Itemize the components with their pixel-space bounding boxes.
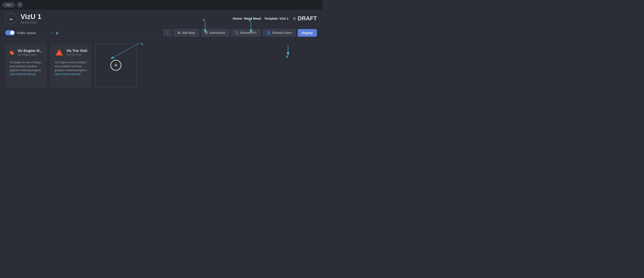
viz-engine-subtitle: Viz Engine VizU: [18, 53, 42, 56]
main-content: Viz Engine Vi... Viz Engine VizU Viz Eng…: [0, 39, 322, 92]
header-title: VizU 1 03 Oct 2022: [20, 13, 41, 24]
viz-trio-card: Viz Trio VizU Viz Trio VizU Viz Engine i…: [50, 44, 92, 87]
monitor-icon: 🖵: [235, 31, 238, 35]
cloud-icon: ☁: [5, 13, 16, 24]
page-title: VizU 1: [20, 13, 41, 21]
allowed-users-label: Allowed Users: [272, 31, 292, 34]
instructions-button[interactable]: ☰ Instructions: [201, 29, 229, 37]
tab-label: VizU: [6, 3, 12, 6]
viz-engine-card: Viz Engine Vi... Viz Engine VizU Viz Eng…: [5, 44, 47, 87]
viz-engine-title: Viz Engine Vi...: [18, 49, 42, 53]
public-space-toggle[interactable]: [5, 30, 15, 35]
svg-text:b: b: [141, 42, 143, 45]
menu-icon: ⋮: [166, 31, 169, 34]
annotations-layer: b: [0, 39, 322, 92]
allowed-users-button[interactable]: 👤 Allowed Users: [262, 29, 296, 37]
toolbar: Public Space ← a ⋮ ⊞ Add Apps ☰ Instruct…: [0, 26, 322, 39]
page-date: 03 Oct 2022: [20, 21, 41, 24]
tab-bar: VizU +: [0, 0, 322, 10]
instructions-icon: ☰: [205, 31, 208, 35]
toolbar-left: Public Space ← a: [5, 30, 36, 35]
add-tab-button[interactable]: +: [17, 2, 23, 8]
allowed-ips-label: Allowed IP's: [240, 31, 257, 34]
viz-engine-link[interactable]: Open External Manual: [10, 73, 36, 76]
status-badge: DRAFT: [298, 15, 317, 22]
viz-engine-card-header: Viz Engine Vi... Viz Engine VizU: [10, 48, 42, 58]
public-space-label: Public Space: [17, 31, 36, 35]
user-icon: 👤: [267, 31, 271, 35]
template-name: VizU 1: [279, 17, 288, 20]
template-label: Template:: [264, 17, 278, 20]
viz-engine-title-group: Viz Engine Vi... Viz Engine VizU: [18, 49, 42, 56]
svg-rect-4: [10, 51, 11, 52]
viz-trio-desc: Viz Engine is one of today's most powerf…: [54, 60, 87, 76]
owner-name: Waad Waad: [244, 17, 261, 20]
header-right: Owner: Waad Waad Template: VizU 1 DRAFT: [233, 15, 317, 22]
viz-engine-desc: Viz Engine is one of today's most powerf…: [10, 60, 42, 76]
add-tab-icon: +: [19, 2, 21, 7]
header: ☁ VizU 1 03 Oct 2022 Owner: Waad Waad Te…: [0, 10, 322, 26]
viz-trio-card-header: Viz Trio VizU Viz Trio VizU: [54, 48, 87, 58]
instructions-label: Instructions: [210, 31, 225, 34]
viz-trio-title: Viz Trio VizU: [66, 49, 87, 53]
annotation-a: ← a: [50, 30, 58, 35]
draft-dot: [293, 17, 296, 20]
viz-trio-title-group: Viz Trio VizU Viz Trio VizU: [66, 49, 87, 56]
add-app-box[interactable]: +: [95, 44, 136, 87]
viz-trio-icon: [54, 48, 64, 58]
page-wrapper: VizU + ☁ VizU 1 03 Oct 2022 Owner: Waad …: [0, 0, 322, 92]
owner-info: Owner: Waad Waad Template: VizU 1: [233, 17, 288, 20]
viz-trio-link[interactable]: Open External Manual: [54, 73, 80, 76]
owner-label: Owner:: [233, 17, 243, 20]
plus-icon: ⊞: [178, 31, 180, 35]
allowed-ips-button[interactable]: 🖵 Allowed IP's: [231, 29, 261, 37]
tab-vizu[interactable]: VizU: [2, 2, 15, 8]
add-apps-label: Add Apps: [182, 31, 195, 34]
viz-engine-icon: [10, 48, 15, 58]
deploy-label: Deploy: [302, 31, 313, 35]
viz-trio-subtitle: Viz Trio VizU: [66, 53, 87, 56]
toolbar-right: ⋮ ⊞ Add Apps ☰ Instructions 🖵 Allowed IP…: [163, 29, 317, 37]
add-app-icon: +: [110, 60, 121, 71]
toggle-wrap: Public Space: [5, 30, 36, 35]
add-apps-button[interactable]: ⊞ Add Apps: [174, 29, 199, 37]
toggle-knob: [10, 31, 14, 35]
menu-button[interactable]: ⋮: [163, 29, 172, 36]
header-left: ☁ VizU 1 03 Oct 2022: [5, 13, 41, 24]
draft-badge: DRAFT: [293, 15, 317, 22]
deploy-button[interactable]: Deploy: [298, 29, 317, 37]
